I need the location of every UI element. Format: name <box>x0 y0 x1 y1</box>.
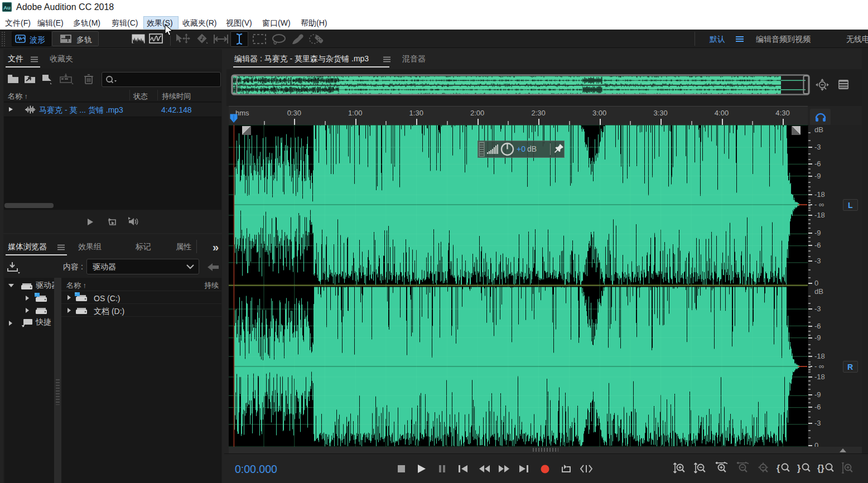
svg-text:{: { <box>777 463 780 473</box>
svg-text:Au: Au <box>3 4 11 11</box>
svg-text:{}: {} <box>817 463 824 473</box>
svg-text:}: } <box>797 463 801 473</box>
